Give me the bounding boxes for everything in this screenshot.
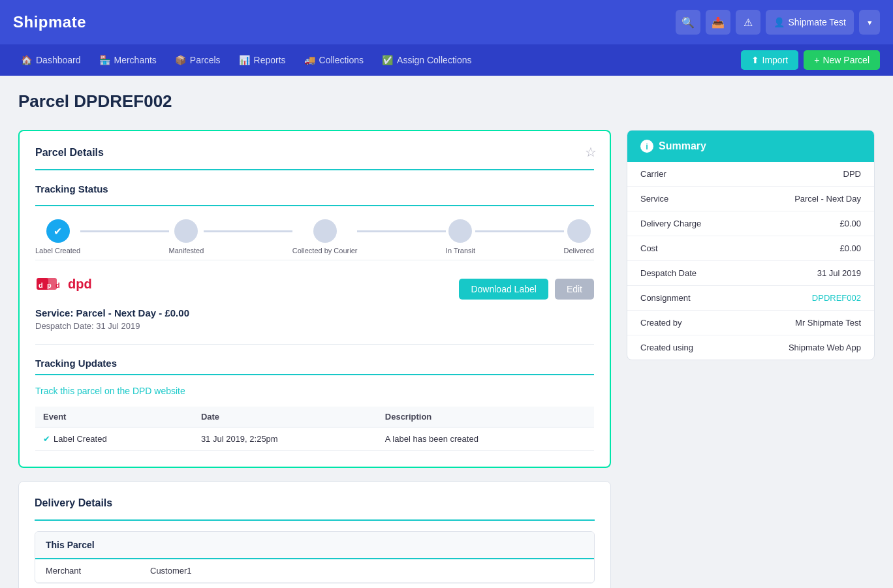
nav-dashboard[interactable]: 🏠 Dashboard [13,51,89,69]
nav-assign-collections-label: Assign Collections [397,55,471,65]
col-event: Event [35,407,193,427]
collections-icon: 🚚 [304,55,315,65]
step-line-4 [475,230,563,232]
events-header-row: Event Date Description [35,407,594,427]
summary-value: DPD [843,169,861,179]
carrier-actions: Download Label Edit [459,279,594,300]
summary-row: Despatch Date 31 Jul 2019 [627,261,874,286]
event-date: 31 Jul 2019, 2:25pm [193,427,377,451]
delivery-card-inner: This Parcel Merchant Customer1 [35,531,595,583]
nav-reports-label: Reports [254,55,286,65]
svg-text:d: d [55,281,60,289]
dpd-logo-svg: d p d [35,273,67,294]
track-dpd-link[interactable]: Track this parcel on the DPD website [35,386,185,396]
top-bar: Shipmate 🔍 📥 ⚠ 👤 Shipmate Test ▾ [0,0,893,44]
step-circle-manifested [174,219,198,243]
step-circle-in-transit [448,219,472,243]
new-parcel-button[interactable]: + New Parcel [804,50,880,70]
step-label-collected: Collected by Courier [292,247,358,255]
user-name: Shipmate Test [789,17,846,27]
import-label: Import [762,55,789,65]
summary-row: Carrier DPD [627,162,874,187]
summary-title: Summary [659,140,706,152]
nav-collections-label: Collections [319,55,364,65]
tracking-updates-title: Tracking Updates [35,358,594,369]
delivery-inner-header: This Parcel [35,532,594,559]
summary-key: Created using [640,343,693,352]
left-panel: Parcel Details ☆ Tracking Status ✔ Label… [18,130,611,588]
carrier-info-row: d p d dpd Download Label Edit [35,273,594,302]
assign-collections-icon: ✅ [382,55,393,65]
new-parcel-icon: + [814,55,819,65]
nav-dashboard-label: Dashboard [36,55,81,65]
summary-key: Service [640,194,668,204]
search-button[interactable]: 🔍 [676,10,700,35]
top-bar-right: 🔍 📥 ⚠ 👤 Shipmate Test ▾ [676,10,880,35]
step-in-transit: In Transit [446,219,475,255]
summary-info-icon: i [640,140,653,153]
summary-row: Service Parcel - Next Day [627,187,874,211]
user-dropdown-button[interactable]: ▾ [859,10,880,35]
step-circle-collected [313,219,337,243]
download-label-button[interactable]: Download Label [459,279,548,300]
step-manifested: Manifested [169,219,204,255]
summary-value: Mr Shipmate Test [795,318,861,328]
summary-value: £0.00 [839,243,861,253]
step-line-1 [80,230,168,232]
nav-merchants-label: Merchants [114,55,157,65]
delivery-details-title: Delivery Details [35,497,595,509]
step-delivered: Delivered [564,219,594,255]
summary-key: Despatch Date [640,268,697,278]
svg-text:p: p [47,281,52,289]
tracking-status-label: Tracking Status [35,183,594,194]
delivery-value: Customer1 [150,566,192,576]
merchants-icon: 🏪 [99,55,110,65]
user-icon: 👤 [774,17,785,27]
nav-assign-collections[interactable]: ✅ Assign Collections [374,51,479,69]
nav-parcels-label: Parcels [190,55,221,65]
import-button[interactable]: ⬆ Import [741,50,799,70]
page-title: Parcel DPDREF002 [0,76,893,112]
step-label-label-created: Label Created [35,247,80,255]
summary-key: Created by [640,318,682,328]
step-line-2 [204,230,292,232]
dashboard-icon: 🏠 [21,55,32,65]
summary-value[interactable]: DPDREF002 [812,293,861,303]
nav-reports[interactable]: 📊 Reports [231,51,294,69]
user-menu-button[interactable]: 👤 Shipmate Test [766,10,854,35]
summary-value: £0.00 [839,219,861,228]
event-name: ✔Label Created [35,427,193,451]
summary-header: i Summary [627,131,874,162]
nav-collections[interactable]: 🚚 Collections [296,51,371,69]
service-title: Service: Parcel - Next Day - £0.00 [35,307,594,318]
step-label-manifested: Manifested [169,247,204,255]
step-line-3 [357,230,445,232]
summary-key: Delivery Charge [640,219,701,228]
import-icon: ⬆ [751,55,759,65]
step-circle-label-created: ✔ [46,219,70,243]
nav-parcels[interactable]: 📦 Parcels [167,51,228,69]
delivery-rows: Merchant Customer1 [35,559,594,583]
event-check-icon: ✔ [43,434,50,444]
summary-rows: Carrier DPD Service Parcel - Next Day De… [627,162,874,360]
summary-key: Carrier [640,169,666,179]
summary-row: Created using Shipmate Web App [627,335,874,360]
inbox-button[interactable]: 📥 [706,10,730,35]
alert-button[interactable]: ⚠ [736,10,760,35]
summary-value: Shipmate Web App [789,343,861,352]
carrier-block: d p d dpd Download Label Edit Service: P… [35,260,594,331]
new-parcel-label: New Parcel [822,55,870,65]
summary-value: Parcel - Next Day [794,194,861,204]
summary-card: i Summary Carrier DPD Service Parcel - N… [627,130,875,360]
delivery-key: Merchant [46,566,150,576]
step-label-in-transit: In Transit [446,247,475,255]
event-row: ✔Label Created 31 Jul 2019, 2:25pm A lab… [35,427,594,451]
nav-merchants[interactable]: 🏪 Merchants [91,51,164,69]
summary-row: Consignment DPDREF002 [627,286,874,311]
events-table: Event Date Description ✔Label Created 31… [35,407,594,451]
reports-icon: 📊 [239,55,250,65]
step-collected: Collected by Courier [292,219,358,255]
step-label-delivered: Delivered [564,247,594,255]
edit-button[interactable]: Edit [555,279,594,300]
star-button[interactable]: ☆ [585,144,597,160]
